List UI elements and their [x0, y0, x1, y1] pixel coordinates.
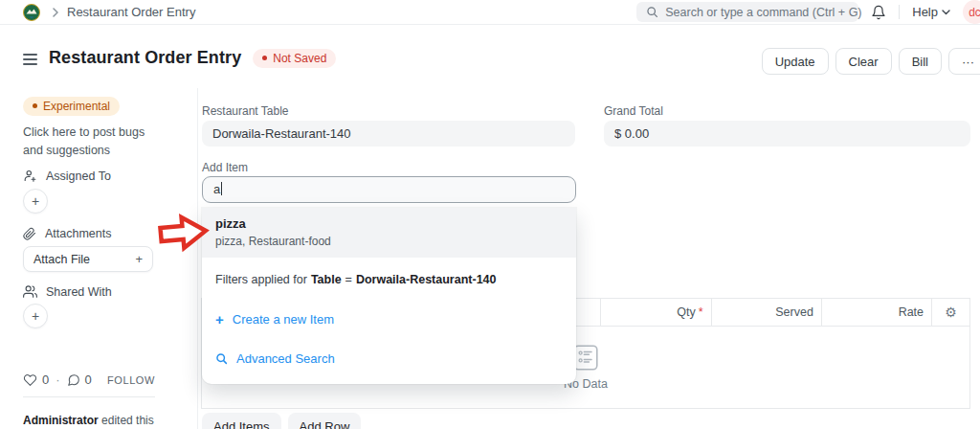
more-actions-button[interactable]: ··· — [948, 48, 980, 75]
advanced-search-link[interactable]: Advanced Search — [202, 339, 576, 378]
experimental-label: Experimental — [43, 100, 110, 113]
search-icon — [215, 352, 228, 365]
grid-settings-button[interactable]: ⚙ — [931, 299, 969, 326]
add-share-button[interactable]: + — [23, 304, 48, 328]
search-placeholder: Search or type a command (Ctrl + G) — [665, 6, 861, 19]
column-header-qty: Qty* — [600, 299, 711, 326]
attachments-label: Attachments — [45, 227, 111, 240]
gear-icon: ⚙ — [945, 305, 957, 319]
dropdown-option-pizza[interactable]: pizza pizza, Restaurant-food — [202, 208, 576, 258]
filters-equals: = — [345, 273, 352, 286]
advanced-search-label: Advanced Search — [236, 351, 335, 366]
activity-user: Administrator — [23, 414, 99, 427]
red-annotation-arrow — [157, 211, 211, 257]
filters-prefix: Filters applied for — [215, 273, 307, 286]
update-button[interactable]: Update — [762, 48, 829, 75]
add-items-button[interactable]: Add Items — [202, 413, 281, 429]
experimental-dot-icon — [33, 103, 37, 108]
chevron-down-icon — [942, 10, 950, 15]
help-label: Help — [912, 5, 938, 19]
notifications-bell-icon[interactable] — [871, 5, 886, 20]
add-item-input[interactable]: a — [202, 176, 576, 203]
shared-with-label: Shared With — [46, 285, 112, 299]
separator: · — [56, 373, 59, 387]
chevron-right-icon — [52, 8, 59, 17]
add-item-value: a — [213, 182, 220, 196]
column-header-rate: Rate — [821, 299, 931, 326]
add-item-label: Add Item — [202, 161, 248, 174]
assigned-to-label: Assigned To — [46, 169, 111, 183]
paperclip-icon — [23, 227, 36, 240]
assigned-to-section: Assigned To — [23, 169, 157, 183]
comments-count[interactable]: 0 — [85, 373, 92, 387]
experimental-badge: Experimental — [23, 95, 157, 116]
breadcrumb[interactable]: Restaurant Order Entry — [67, 5, 195, 19]
user-avatar[interactable]: dc — [963, 0, 980, 24]
status-dot-icon — [262, 56, 267, 60]
navbar: Restaurant Order Entry Search or type a … — [0, 0, 980, 25]
column-header-served: Served — [711, 299, 821, 326]
navbar-right: Search or type a command (Ctrl + G) Help… — [636, 0, 980, 24]
grand-total-label: Grand Total — [604, 104, 663, 118]
sidebar-main-divider — [197, 88, 198, 429]
comment-icon[interactable] — [67, 373, 80, 387]
add-item-dropdown: pizza pizza, Restaurant-food Filters app… — [202, 208, 576, 384]
restaurant-order-entry-screen: Restaurant Order Entry Search or type a … — [0, 0, 980, 429]
add-row-button[interactable]: Add Row — [288, 413, 362, 429]
search-icon — [646, 6, 658, 18]
heart-icon[interactable] — [23, 373, 37, 387]
plus-icon: + — [215, 312, 224, 327]
required-marker: * — [699, 305, 703, 319]
create-new-item-label: Create a new Item — [233, 312, 334, 327]
shared-with-section: Shared With — [23, 284, 157, 299]
no-data-list-icon — [573, 345, 598, 371]
filters-value: Dorwaila-Restaurant-140 — [356, 273, 497, 286]
attachments-section: Attachments — [23, 227, 157, 240]
plus-icon: + — [135, 252, 143, 266]
page-title: Restaurant Order Entry — [49, 48, 241, 68]
sidebar-toggle-icon[interactable] — [23, 52, 37, 65]
grid-actions: Add Items Add Row — [202, 413, 361, 429]
shared-users-icon — [23, 284, 37, 299]
attach-file-button[interactable]: Attach File + — [23, 246, 153, 272]
option-subtitle: pizza, Restaurant-food — [215, 235, 563, 248]
activity-action: edited this — [101, 414, 154, 427]
text-caret — [221, 182, 222, 195]
create-new-item-link[interactable]: + Create a new Item — [202, 300, 576, 339]
document-follow-row: 0 · 0 FOLLOW — [23, 373, 155, 387]
status-badge-label: Not Saved — [273, 52, 326, 65]
post-bugs-link[interactable]: Click here to post bugs and suggestions — [23, 124, 159, 161]
filters-applied-note: Filters applied for Table = Dorwaila-Res… — [202, 258, 576, 292]
header-actions: Update Clear Bill ··· — [762, 48, 980, 75]
likes-count[interactable]: 0 — [42, 373, 49, 387]
follow-button[interactable]: FOLLOW — [107, 374, 155, 386]
add-assignment-button[interactable]: + — [23, 189, 48, 214]
app-logo-icon[interactable] — [23, 4, 40, 21]
navbar-divider — [899, 5, 900, 19]
filters-field: Table — [311, 273, 342, 286]
status-badge: Not Saved — [253, 49, 336, 68]
attach-file-label: Attach File — [33, 253, 90, 266]
clear-button[interactable]: Clear — [835, 48, 892, 75]
help-menu[interactable]: Help — [912, 5, 950, 19]
restaurant-table-label: Restaurant Table — [202, 104, 289, 118]
grand-total-value: $ 0.00 — [604, 121, 970, 147]
global-search-input[interactable]: Search or type a command (Ctrl + G) — [636, 2, 858, 22]
option-title: pizza — [215, 216, 563, 231]
restaurant-table-input[interactable]: Dorwaila-Restaurant-140 — [202, 121, 575, 147]
activity-footer: Administrator edited this — [23, 414, 157, 427]
sidebar-divider — [23, 396, 155, 397]
bill-button[interactable]: Bill — [899, 48, 942, 75]
assign-user-plus-icon — [23, 169, 37, 183]
page-header: Restaurant Order Entry Not Saved Update … — [23, 48, 980, 77]
